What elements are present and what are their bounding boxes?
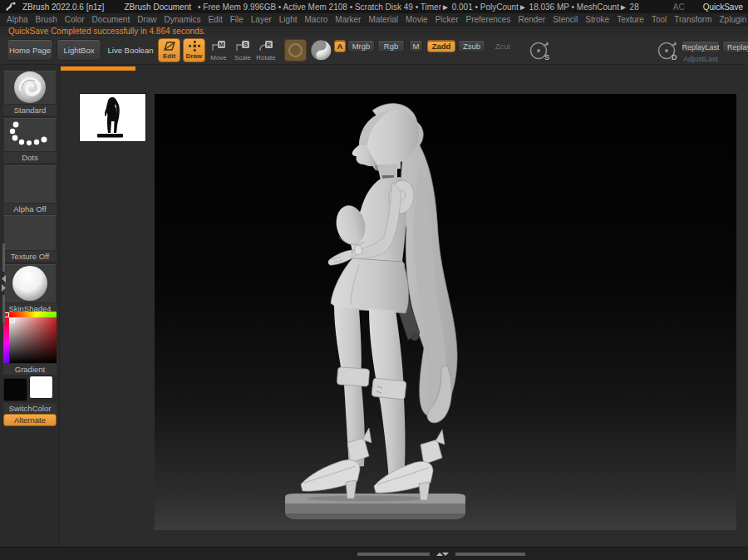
menu-file[interactable]: File xyxy=(230,15,244,24)
tray-updown-arrows-icon xyxy=(432,552,452,557)
memory-stats: • Free Mem 9.996GB • Active Mem 2108 • S… xyxy=(198,2,639,12)
m-button[interactable]: M xyxy=(409,40,423,52)
material-selector[interactable] xyxy=(3,263,57,303)
brush-name-label: Standard xyxy=(3,105,57,115)
switch-color-widget xyxy=(3,376,57,402)
menu-document[interactable]: Document xyxy=(92,15,130,24)
menu-brush[interactable]: Brush xyxy=(36,15,57,24)
rgb-button[interactable]: Rgb xyxy=(377,40,405,52)
menu-edit[interactable]: Edit xyxy=(208,15,222,24)
menu-zplugin[interactable]: Zplugin xyxy=(720,15,747,24)
menu-transform[interactable]: Transform xyxy=(674,15,711,24)
menu-stencil[interactable]: Stencil xyxy=(553,15,578,24)
zbrush-logo-icon xyxy=(5,2,16,12)
bottom-tray-bar xyxy=(0,547,748,560)
menu-bar: Alpha Brush Color Document Draw Dynamics… xyxy=(0,13,748,26)
left-tray-collapse-handle[interactable] xyxy=(1,243,7,323)
draw-icon xyxy=(189,41,200,52)
main-color-swatch[interactable] xyxy=(3,378,27,401)
tray-arrows-icon xyxy=(1,274,7,292)
menu-preferences[interactable]: Preferences xyxy=(465,15,510,24)
menu-render[interactable]: Render xyxy=(518,15,545,24)
rotate-mode-button[interactable]: R Rotate xyxy=(256,40,276,63)
edit-icon xyxy=(163,41,176,52)
draw-settings-icon[interactable]: D xyxy=(657,39,679,61)
sculpt-canvas[interactable] xyxy=(155,94,736,530)
replay-last-clipped-button[interactable]: ReplayLast xyxy=(722,41,748,53)
menu-stroke[interactable]: Stroke xyxy=(585,15,609,24)
document-viewport xyxy=(60,65,748,547)
material-preview-button[interactable] xyxy=(310,39,332,61)
scale-icon: S xyxy=(235,40,250,53)
color-picker-label: Gradient xyxy=(3,364,57,375)
ac-indicator: AC xyxy=(673,2,685,12)
mrgb-button[interactable]: Mrgb xyxy=(347,40,375,52)
thumbnail-silhouette xyxy=(80,94,145,141)
lightbox-progress-bar xyxy=(61,66,135,71)
draw-mode-button[interactable]: Draw xyxy=(183,38,205,62)
menu-texture[interactable]: Texture xyxy=(617,15,644,24)
menu-marker[interactable]: Marker xyxy=(335,15,361,24)
document-thumbnail xyxy=(79,93,146,142)
left-tray: Standard Dots Alpha Off Texture Off Skin… xyxy=(0,65,60,547)
menu-picker[interactable]: Picker xyxy=(436,15,459,24)
material-sphere-icon xyxy=(310,39,332,61)
menu-draw[interactable]: Draw xyxy=(137,15,156,24)
saturation-value-square[interactable] xyxy=(9,317,57,363)
menu-macro[interactable]: Macro xyxy=(305,15,328,24)
color-picker[interactable] xyxy=(3,312,57,363)
stroke-selector[interactable] xyxy=(3,117,57,152)
adjust-last-button[interactable]: AdjustLast xyxy=(683,55,718,63)
brush-circle-icon xyxy=(288,43,303,57)
svg-text:M: M xyxy=(219,41,224,48)
stroke-preview-button[interactable] xyxy=(284,39,307,61)
bottom-tray-collapse-handle[interactable] xyxy=(357,552,525,557)
svg-text:S: S xyxy=(544,53,549,61)
menu-alpha[interactable]: Alpha xyxy=(7,15,28,24)
zadd-button[interactable]: Zadd xyxy=(427,40,455,52)
zcut-button[interactable]: Zcut xyxy=(490,40,516,52)
edit-mode-button[interactable]: Edit xyxy=(158,38,180,62)
menu-color[interactable]: Color xyxy=(65,15,85,24)
top-shelf-toolbar: Home Page LightBox Live Boolean Edit Dra… xyxy=(0,37,748,65)
pedestal-base xyxy=(285,494,465,519)
texture-name-label: Texture Off xyxy=(3,251,57,262)
menu-layer[interactable]: Layer xyxy=(251,15,272,24)
move-mode-button[interactable]: M Move xyxy=(209,40,229,63)
alternate-button[interactable]: Alternate xyxy=(3,414,57,426)
svg-text:S: S xyxy=(244,41,248,48)
model-figure xyxy=(155,94,736,530)
color-a-button[interactable]: A xyxy=(334,40,346,52)
app-version: ZBrush 2022.0.6 [n1z] xyxy=(22,2,104,12)
brush-selector[interactable] xyxy=(3,70,57,105)
lightbox-button[interactable]: LightBox xyxy=(57,39,101,61)
live-boolean-button[interactable]: Live Boolean xyxy=(105,39,156,61)
move-icon: M xyxy=(211,40,226,53)
scale-mode-button[interactable]: S Scale xyxy=(233,40,253,63)
quicksave-message: QuickSave Completed successfully in 4.86… xyxy=(8,27,205,36)
replay-last-button[interactable]: ReplayLast xyxy=(682,41,720,53)
svg-text:R: R xyxy=(267,41,272,48)
title-bar: ZBrush 2022.0.6 [n1z] ZBrush Document • … xyxy=(0,0,748,13)
notification-bar: QuickSave Completed successfully in 4.86… xyxy=(0,26,748,37)
texture-selector[interactable] xyxy=(3,214,57,251)
zsub-button[interactable]: Zsub xyxy=(458,40,485,52)
menu-light[interactable]: Light xyxy=(279,15,298,24)
sv-marker xyxy=(10,318,15,323)
menu-dynamics[interactable]: Dynamics xyxy=(165,15,201,24)
menu-tool[interactable]: Tool xyxy=(652,15,667,24)
menu-movie[interactable]: Movie xyxy=(406,15,428,24)
skirt xyxy=(331,258,409,313)
home-page-button[interactable]: Home Page xyxy=(7,39,53,61)
alpha-name-label: Alpha Off xyxy=(3,204,57,214)
alpha-selector[interactable] xyxy=(3,165,57,204)
dots-stroke-icon xyxy=(4,118,56,151)
stroke-settings-icon[interactable]: S xyxy=(529,39,551,61)
secondary-color-swatch[interactable] xyxy=(29,376,53,399)
stroke-name-label: Dots xyxy=(3,152,57,163)
quicksave-menu[interactable]: QuickSave xyxy=(703,2,743,12)
menu-material[interactable]: Material xyxy=(368,15,398,24)
skinshade-sphere-icon xyxy=(4,264,56,302)
standard-brush-icon xyxy=(4,71,56,104)
svg-text:D: D xyxy=(672,53,677,61)
